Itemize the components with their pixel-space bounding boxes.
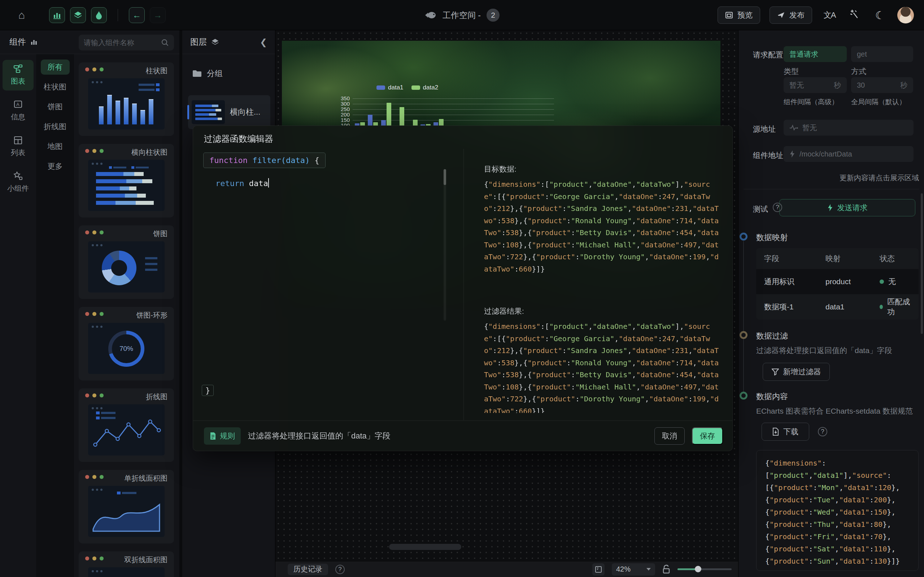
request-method-field[interactable]: get [851,46,913,62]
droplet-icon [95,11,103,19]
chart-gridline [353,98,554,99]
chart-bar-data1-Wed[interactable] [381,120,386,126]
request-type-field[interactable]: 普通请求 [783,46,847,62]
component-card-柱状图[interactable]: 柱状图 [79,62,174,136]
mapping-table-header: 字段映射状态 [756,248,919,269]
code-closing-brace: } [202,385,214,396]
category-饼图[interactable]: 饼图 [36,97,74,116]
chart-bar-data2-Wed[interactable] [386,103,391,126]
global-interval-field[interactable]: 30秒 [851,77,913,93]
card-title: 饼图-环形 [136,311,168,320]
sidebar-item-图表[interactable]: 图表 [3,60,34,90]
download-button[interactable]: 下载 [762,423,809,441]
category-柱状图[interactable]: 柱状图 [36,77,74,97]
search-icon[interactable] [161,39,169,47]
magic-wand-icon[interactable] [847,10,863,21]
save-button[interactable]: 保存 [692,427,723,445]
chart-bar-data1-Tue[interactable] [368,115,373,126]
card-chart-thumbnail [88,486,165,537]
zoom-slider-thumb[interactable] [695,566,701,572]
content-bullet [740,392,748,400]
undo-button[interactable]: ← [129,7,145,23]
avatar[interactable] [897,7,914,23]
card-window-dots [85,312,103,316]
panel-gap [179,30,182,577]
history-button[interactable]: 历史记录 [288,564,328,575]
chart-bar-data2-Tue[interactable] [373,122,378,126]
cancel-button[interactable]: 取消 [654,427,685,445]
component-card-饼图[interactable]: 饼图 [79,226,174,299]
horizontal-scrollbar[interactable] [389,544,461,550]
language-icon[interactable]: 文A [822,10,837,21]
chart-gridline [353,109,554,110]
chart-bar-data2-Thu[interactable] [399,107,404,126]
type-label: 类型 [783,66,799,76]
panel-layout-button[interactable] [592,563,604,575]
filter-result-json: {"dimensions":["product","dataOne","data… [484,321,722,413]
component-address-field[interactable]: /mock/chartData [783,146,914,162]
code-editor-line[interactable]: return data [215,178,269,188]
theme-color-button[interactable] [91,7,107,23]
dark-mode-icon[interactable]: ☾ [872,9,888,22]
card-title: 单折线面积图 [124,474,168,483]
layers-title: 图层 [190,36,207,48]
zoom-level-value: 42% [616,565,630,574]
component-interval-field[interactable]: 暂无秒 [783,77,847,93]
layers-panel-toggle-button[interactable] [70,7,86,23]
sidebar-item-信息[interactable]: A信息 [3,95,34,126]
collapse-panel-icon[interactable]: ❮ [260,37,267,47]
code-scrollbar[interactable] [444,169,446,321]
component-card-单折线面积图[interactable]: 单折线面积图 [79,470,174,543]
sidebar-item-小组件[interactable]: 小组件 [3,167,34,198]
component-card-横向柱状图[interactable]: 横向柱状图 [79,144,174,218]
search-input[interactable] [84,39,161,47]
category-所有[interactable]: 所有 [41,60,69,75]
legend-item-data2[interactable]: data2 [412,84,439,91]
unlock-icon[interactable] [662,565,670,574]
source-address-field[interactable]: 暂无 [783,120,914,135]
send-request-button[interactable]: 发送请求 [779,199,915,216]
preview-button[interactable]: 预览 [717,6,760,24]
content-help-icon[interactable]: ? [818,427,827,436]
component-panel-header: 组件 [0,30,179,54]
chart-bar-data2-Sun[interactable] [439,119,444,126]
svg-text:A: A [16,102,19,107]
chart-bar-data2-Mon[interactable] [360,122,365,126]
workspace-badge[interactable]: 2 [486,9,499,22]
sidebar-item-label: 图表 [11,76,25,86]
section-timeline [743,241,744,397]
layers-icon [74,11,82,19]
right-panel-scrollbar[interactable] [921,193,923,334]
component-card-双折线面积图[interactable]: 双折线面积图 [79,551,174,577]
legend-item-data1[interactable]: data1 [376,84,404,91]
card-window-dots [85,475,103,479]
zoom-level-select[interactable]: 42% [612,563,655,575]
target-data-json: {"dimensions":["product","dataOne","data… [484,179,722,277]
component-card-饼图-环形[interactable]: 饼图-环形 70% [79,307,174,380]
mapping-table-row[interactable]: 数据项-1data1 匹配成功 [756,294,919,319]
publish-button[interactable]: 发布 [769,6,812,24]
component-card-折线图[interactable]: 折线图 [79,388,174,462]
help-icon[interactable]: ? [335,565,345,574]
zoom-slider[interactable] [677,568,732,570]
category-地图[interactable]: 地图 [36,136,74,156]
category-更多[interactable]: 更多 [36,156,74,176]
chart-bar-data2-Fri[interactable] [413,120,418,126]
mapping-table-row[interactable]: 通用标识product 无 [756,269,919,294]
layer-group-row[interactable]: 分组 [182,65,275,82]
rule-text: 过滤器将处理接口返回值的「data」字段 [248,430,391,442]
home-icon[interactable]: ⌂ [14,9,30,21]
source-address-label: 源地址 [753,124,775,134]
chart-panel-toggle-button[interactable] [49,7,65,23]
add-filter-button[interactable]: 新增过滤器 [762,363,830,381]
category-折线图[interactable]: 折线图 [36,116,74,136]
status-dot [880,305,883,309]
data-content-json: {"dimensions":["product","data1"],"sourc… [756,450,919,571]
redo-button[interactable]: → [150,7,166,23]
sidebar-item-列表[interactable]: 列表 [3,131,34,162]
sidebar-item-label: 信息 [11,112,25,122]
filter-editor-modal: 过滤器函数编辑器 function filter(data) { return … [193,126,733,451]
layer-item[interactable]: 横向柱... [188,95,270,129]
chart-bar-data1-Sun[interactable] [433,122,438,126]
filter-bullet [740,331,748,339]
